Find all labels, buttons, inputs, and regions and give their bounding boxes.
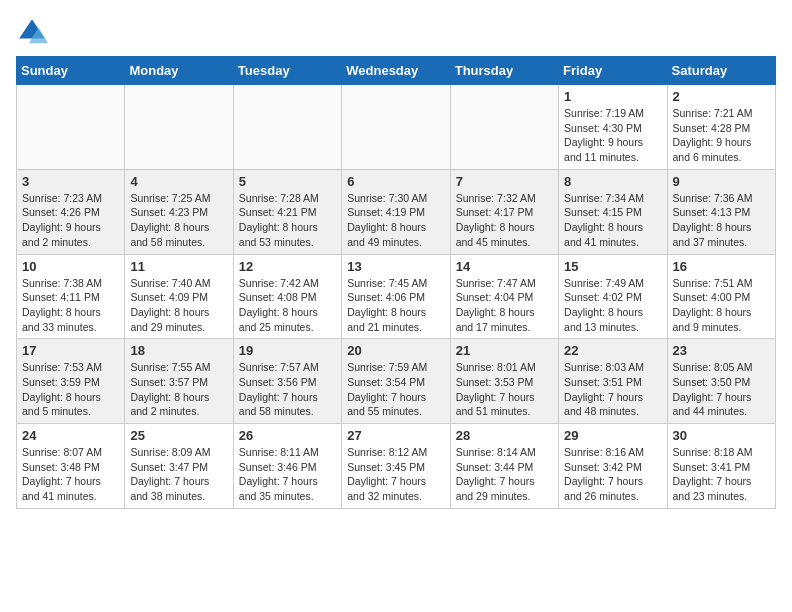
day-info: Sunrise: 8:01 AM Sunset: 3:53 PM Dayligh… [456,360,553,419]
calendar-cell: 5Sunrise: 7:28 AM Sunset: 4:21 PM Daylig… [233,169,341,254]
day-info: Sunrise: 7:36 AM Sunset: 4:13 PM Dayligh… [673,191,770,250]
calendar-cell: 18Sunrise: 7:55 AM Sunset: 3:57 PM Dayli… [125,339,233,424]
day-info: Sunrise: 7:25 AM Sunset: 4:23 PM Dayligh… [130,191,227,250]
calendar-cell: 14Sunrise: 7:47 AM Sunset: 4:04 PM Dayli… [450,254,558,339]
day-info: Sunrise: 7:53 AM Sunset: 3:59 PM Dayligh… [22,360,119,419]
calendar-cell [342,85,450,170]
day-info: Sunrise: 8:07 AM Sunset: 3:48 PM Dayligh… [22,445,119,504]
day-number: 28 [456,428,553,443]
day-header-wednesday: Wednesday [342,57,450,85]
day-info: Sunrise: 7:42 AM Sunset: 4:08 PM Dayligh… [239,276,336,335]
day-info: Sunrise: 7:23 AM Sunset: 4:26 PM Dayligh… [22,191,119,250]
day-number: 2 [673,89,770,104]
logo [16,16,52,48]
day-number: 15 [564,259,661,274]
calendar-cell: 22Sunrise: 8:03 AM Sunset: 3:51 PM Dayli… [559,339,667,424]
calendar-cell: 16Sunrise: 7:51 AM Sunset: 4:00 PM Dayli… [667,254,775,339]
day-info: Sunrise: 7:28 AM Sunset: 4:21 PM Dayligh… [239,191,336,250]
calendar-cell: 8Sunrise: 7:34 AM Sunset: 4:15 PM Daylig… [559,169,667,254]
calendar-cell: 19Sunrise: 7:57 AM Sunset: 3:56 PM Dayli… [233,339,341,424]
calendar-cell: 28Sunrise: 8:14 AM Sunset: 3:44 PM Dayli… [450,424,558,509]
day-number: 27 [347,428,444,443]
day-number: 14 [456,259,553,274]
calendar-cell: 15Sunrise: 7:49 AM Sunset: 4:02 PM Dayli… [559,254,667,339]
day-number: 25 [130,428,227,443]
calendar-cell [233,85,341,170]
day-info: Sunrise: 7:51 AM Sunset: 4:00 PM Dayligh… [673,276,770,335]
day-number: 16 [673,259,770,274]
calendar-cell: 26Sunrise: 8:11 AM Sunset: 3:46 PM Dayli… [233,424,341,509]
day-info: Sunrise: 8:12 AM Sunset: 3:45 PM Dayligh… [347,445,444,504]
day-number: 22 [564,343,661,358]
day-info: Sunrise: 8:18 AM Sunset: 3:41 PM Dayligh… [673,445,770,504]
calendar-cell: 4Sunrise: 7:25 AM Sunset: 4:23 PM Daylig… [125,169,233,254]
day-info: Sunrise: 8:03 AM Sunset: 3:51 PM Dayligh… [564,360,661,419]
day-number: 18 [130,343,227,358]
calendar-cell [125,85,233,170]
calendar-cell: 10Sunrise: 7:38 AM Sunset: 4:11 PM Dayli… [17,254,125,339]
day-number: 30 [673,428,770,443]
day-number: 26 [239,428,336,443]
day-number: 23 [673,343,770,358]
day-number: 12 [239,259,336,274]
calendar-cell: 3Sunrise: 7:23 AM Sunset: 4:26 PM Daylig… [17,169,125,254]
calendar-cell: 6Sunrise: 7:30 AM Sunset: 4:19 PM Daylig… [342,169,450,254]
day-number: 29 [564,428,661,443]
calendar-cell: 12Sunrise: 7:42 AM Sunset: 4:08 PM Dayli… [233,254,341,339]
logo-icon [16,16,48,48]
calendar-cell: 23Sunrise: 8:05 AM Sunset: 3:50 PM Dayli… [667,339,775,424]
day-info: Sunrise: 7:19 AM Sunset: 4:30 PM Dayligh… [564,106,661,165]
calendar-cell: 27Sunrise: 8:12 AM Sunset: 3:45 PM Dayli… [342,424,450,509]
day-header-saturday: Saturday [667,57,775,85]
day-info: Sunrise: 7:34 AM Sunset: 4:15 PM Dayligh… [564,191,661,250]
day-number: 20 [347,343,444,358]
day-info: Sunrise: 7:40 AM Sunset: 4:09 PM Dayligh… [130,276,227,335]
day-number: 21 [456,343,553,358]
day-number: 10 [22,259,119,274]
day-info: Sunrise: 8:05 AM Sunset: 3:50 PM Dayligh… [673,360,770,419]
calendar-cell: 21Sunrise: 8:01 AM Sunset: 3:53 PM Dayli… [450,339,558,424]
calendar-cell: 30Sunrise: 8:18 AM Sunset: 3:41 PM Dayli… [667,424,775,509]
day-info: Sunrise: 7:30 AM Sunset: 4:19 PM Dayligh… [347,191,444,250]
day-info: Sunrise: 7:38 AM Sunset: 4:11 PM Dayligh… [22,276,119,335]
calendar-cell: 20Sunrise: 7:59 AM Sunset: 3:54 PM Dayli… [342,339,450,424]
day-header-tuesday: Tuesday [233,57,341,85]
day-number: 4 [130,174,227,189]
day-header-friday: Friday [559,57,667,85]
calendar-cell: 17Sunrise: 7:53 AM Sunset: 3:59 PM Dayli… [17,339,125,424]
calendar-cell: 7Sunrise: 7:32 AM Sunset: 4:17 PM Daylig… [450,169,558,254]
day-info: Sunrise: 8:11 AM Sunset: 3:46 PM Dayligh… [239,445,336,504]
calendar-cell: 29Sunrise: 8:16 AM Sunset: 3:42 PM Dayli… [559,424,667,509]
day-number: 19 [239,343,336,358]
calendar-cell: 24Sunrise: 8:07 AM Sunset: 3:48 PM Dayli… [17,424,125,509]
day-header-sunday: Sunday [17,57,125,85]
day-number: 9 [673,174,770,189]
day-number: 6 [347,174,444,189]
day-number: 7 [456,174,553,189]
day-number: 5 [239,174,336,189]
calendar-cell [17,85,125,170]
day-number: 17 [22,343,119,358]
day-number: 8 [564,174,661,189]
day-info: Sunrise: 7:47 AM Sunset: 4:04 PM Dayligh… [456,276,553,335]
calendar-cell: 1Sunrise: 7:19 AM Sunset: 4:30 PM Daylig… [559,85,667,170]
day-info: Sunrise: 7:21 AM Sunset: 4:28 PM Dayligh… [673,106,770,165]
day-info: Sunrise: 7:32 AM Sunset: 4:17 PM Dayligh… [456,191,553,250]
calendar-cell: 2Sunrise: 7:21 AM Sunset: 4:28 PM Daylig… [667,85,775,170]
day-info: Sunrise: 7:57 AM Sunset: 3:56 PM Dayligh… [239,360,336,419]
day-info: Sunrise: 7:55 AM Sunset: 3:57 PM Dayligh… [130,360,227,419]
day-number: 1 [564,89,661,104]
day-number: 24 [22,428,119,443]
calendar: SundayMondayTuesdayWednesdayThursdayFrid… [16,56,776,509]
day-info: Sunrise: 7:45 AM Sunset: 4:06 PM Dayligh… [347,276,444,335]
day-info: Sunrise: 8:14 AM Sunset: 3:44 PM Dayligh… [456,445,553,504]
calendar-cell: 13Sunrise: 7:45 AM Sunset: 4:06 PM Dayli… [342,254,450,339]
day-number: 11 [130,259,227,274]
day-header-thursday: Thursday [450,57,558,85]
calendar-cell: 9Sunrise: 7:36 AM Sunset: 4:13 PM Daylig… [667,169,775,254]
day-number: 13 [347,259,444,274]
page-header [16,16,776,48]
day-number: 3 [22,174,119,189]
calendar-cell: 25Sunrise: 8:09 AM Sunset: 3:47 PM Dayli… [125,424,233,509]
day-info: Sunrise: 8:16 AM Sunset: 3:42 PM Dayligh… [564,445,661,504]
